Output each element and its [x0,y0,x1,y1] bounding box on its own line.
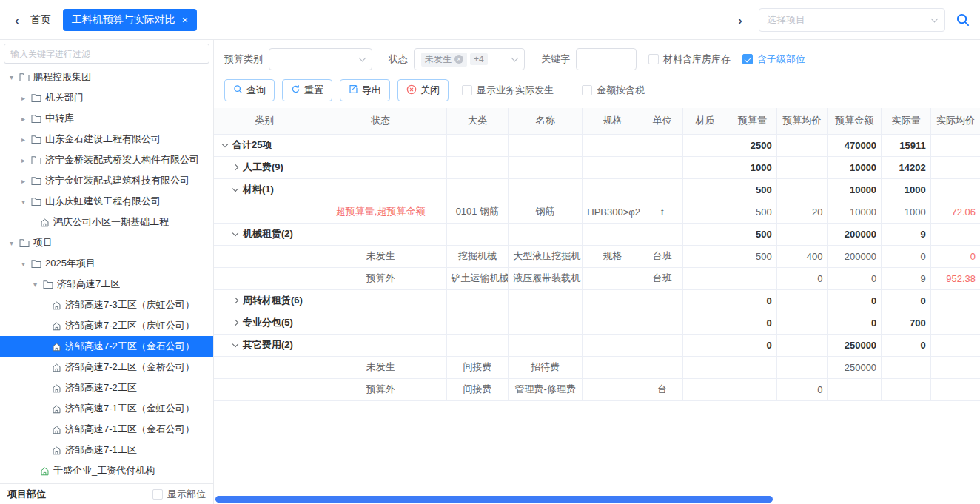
row-expand-icon[interactable] [232,164,238,170]
column-header[interactable]: 单位 [642,108,683,134]
column-header[interactable]: 状态 [315,108,446,134]
tree-collapse-icon[interactable]: ▾ [19,260,27,268]
table-row[interactable]: 材料(1)500100001000 [214,178,980,201]
cell-actual-qty: 9 [882,267,931,289]
tree-expand-icon[interactable]: ▸ [19,156,27,164]
keyword-input[interactable] [576,48,637,70]
table-row[interactable]: 预算外铲土运输机械液压履带装载机台班009952.38 [214,267,980,289]
cell-value: 200000 [845,229,876,240]
table-row[interactable]: 其它费用(2)02500000 [214,334,980,356]
tree-item[interactable]: 济邹高速7-1工区（金虹公司） [0,398,213,419]
tree-collapse-icon[interactable]: ▾ [31,280,39,289]
query-button[interactable]: 查询 [224,79,275,101]
budget-type-select[interactable] [269,48,372,70]
include-sub-checkbox[interactable]: 含子级部位 [742,53,805,66]
cell-value: HPB300>φ2 [587,206,640,218]
column-header[interactable]: 预算金额 [828,108,882,134]
table-row[interactable]: 机械租赁(2)5002000009 [214,223,980,245]
table-row[interactable]: 未发生挖掘机械大型液压挖掘机规格台班50040020000000 [214,245,980,267]
column-header[interactable]: 实际量 [882,108,931,134]
tree-item[interactable]: 济邹高速7-1工区（金石公司） [0,419,213,440]
tag-close-icon[interactable]: × [454,55,463,64]
column-header[interactable]: 实际均价 [930,108,980,134]
tree-item[interactable]: 济邹高速7-1工区 [0,440,213,460]
tree-item[interactable]: 鸿庆公司小区一期基础工程 [0,212,213,232]
tree-item[interactable]: ▾2025年项目 [0,253,213,274]
tree-item[interactable]: ▾项目 [0,232,213,253]
status-select[interactable]: 未发生 × +4 [414,48,525,70]
cell-label: 合计25项 [214,134,315,156]
tree-item[interactable]: ▸济宁金虹装配式建筑科技有限公司 [0,170,213,191]
table-row[interactable]: 超预算量,超预算金额0101 钢筋钢筋HPB300>φ2t50020100001… [214,201,980,223]
cell-actual-price [930,156,980,178]
tree-item[interactable]: 千盛企业_工资代付机构 [0,460,213,481]
tab-close-icon[interactable]: × [182,15,188,25]
row-collapse-icon[interactable] [232,230,238,236]
back-chevron-icon[interactable]: ‹ [10,13,24,27]
cell-value: 10000 [850,184,876,195]
tree-collapse-icon[interactable]: ▾ [19,198,27,206]
export-button[interactable]: 导出 [340,79,390,101]
column-header[interactable]: 类别 [214,108,315,134]
scrollbar-thumb[interactable] [215,496,773,503]
show-actual-checkbox[interactable]: 显示业务实际发生 [462,84,554,97]
reset-button[interactable]: 重置 [282,79,332,101]
row-expand-icon[interactable] [232,320,238,326]
tree-filter-input[interactable] [4,44,209,64]
close-button[interactable]: 关闭 [397,79,449,101]
tree-item[interactable]: 济邹高速7-2工区 [0,377,213,398]
horizontal-scrollbar[interactable] [215,496,979,503]
tree-item[interactable]: 济邹高速7-2工区（金桥公司） [0,357,213,377]
cell-name: 招待费 [509,356,583,378]
cell-value: 500 [756,251,772,262]
cell-name: 大型液压挖掘机 [509,245,583,267]
forward-chevron-icon[interactable]: › [733,13,747,27]
tree-expand-icon[interactable]: ▸ [19,115,27,123]
cell-value: 0 [871,273,876,284]
tree-expand-icon[interactable]: ▸ [19,177,27,185]
material-stock-checkbox[interactable]: 材料含库房库存 [648,53,731,66]
search-icon[interactable] [956,13,970,27]
tree-collapse-icon[interactable]: ▾ [7,73,16,81]
row-collapse-icon[interactable] [232,341,238,347]
tree-expand-icon[interactable]: ▸ [19,135,27,144]
tree-item[interactable]: ▾山东庆虹建筑工程有限公司 [0,191,213,212]
tree-item[interactable]: ▸中转库 [0,108,213,129]
column-header[interactable]: 材质 [682,108,728,134]
tax-checkbox[interactable]: 金额按含税 [582,84,645,97]
tree-item[interactable]: ▸山东金石建设工程有限公司 [0,129,213,149]
tree-item[interactable]: ▸机关部门 [0,87,213,108]
tree-item[interactable]: 济邹高速7-2工区（庆虹公司） [0,315,213,336]
cell-value: 400 [807,251,823,262]
column-header[interactable]: 名称 [509,108,583,134]
column-header[interactable]: 预算量 [728,108,777,134]
tree-item[interactable]: ▾鹏程控股集团 [0,67,213,87]
row-expand-icon[interactable] [232,298,238,303]
table-row[interactable]: 预算外间接费管理费-修理费台0 [214,378,980,400]
table-row[interactable]: 未发生间接费招待费250000 [214,356,980,378]
table-row[interactable]: 专业分包(5)00700 [214,312,980,334]
tree-item[interactable]: 济邹高速7-3工区（庆虹公司） [0,295,213,315]
tree-collapse-icon[interactable]: ▾ [7,239,16,247]
table-row[interactable]: 合计25项250047000015911 [214,134,980,156]
tree-expand-icon[interactable]: ▸ [19,94,27,102]
cell-value: 液压履带装载机 [513,272,580,283]
tree-item[interactable]: ▾济邹高速7工区 [0,274,213,295]
tree-item[interactable]: 济邹高速7-2工区（金石公司） [0,336,213,357]
project-select[interactable]: 选择项目 [759,8,945,32]
tab-active[interactable]: 工料机预算与实际对比 × [63,9,197,31]
row-collapse-icon[interactable] [222,141,228,147]
cell-status [315,334,446,356]
cell-actual-qty: 0 [882,289,931,312]
column-header[interactable]: 预算均价 [776,108,828,134]
data-table: 类别状态大类名称规格单位材质预算量预算均价预算金额实际量实际均价 合计25项25… [214,108,980,504]
row-collapse-icon[interactable] [232,186,238,192]
column-header[interactable]: 大类 [446,108,509,134]
cell-value: 台班 [653,272,672,283]
show-parts-checkbox[interactable]: 显示部位 [152,488,206,501]
table-row[interactable]: 人工费(9)10001000014202 [214,156,980,178]
tree-item[interactable]: ▸济宁金桥装配式桥梁大构件有限公司 [0,149,213,170]
column-header[interactable]: 规格 [583,108,642,134]
table-row[interactable]: 周转材租赁(6)000 [214,289,980,312]
tab-home[interactable]: 首页 [30,13,51,27]
